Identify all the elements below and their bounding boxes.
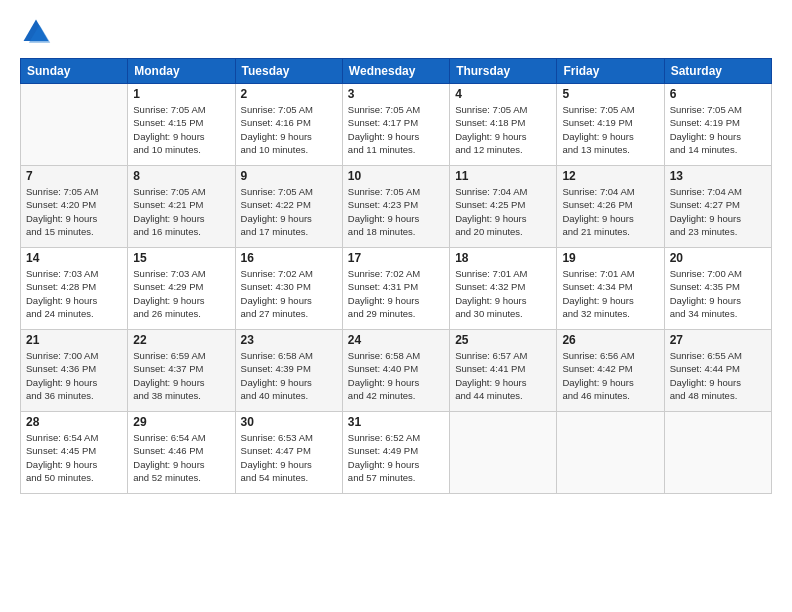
calendar-week-row: 7Sunrise: 7:05 AM Sunset: 4:20 PM Daylig…	[21, 166, 772, 248]
day-number: 7	[26, 169, 122, 183]
calendar-day-cell: 4Sunrise: 7:05 AM Sunset: 4:18 PM Daylig…	[450, 84, 557, 166]
day-number: 15	[133, 251, 229, 265]
day-number: 18	[455, 251, 551, 265]
day-number: 11	[455, 169, 551, 183]
day-number: 25	[455, 333, 551, 347]
calendar-day-cell: 9Sunrise: 7:05 AM Sunset: 4:22 PM Daylig…	[235, 166, 342, 248]
day-number: 13	[670, 169, 766, 183]
day-info: Sunrise: 6:57 AM Sunset: 4:41 PM Dayligh…	[455, 349, 551, 402]
calendar-day-cell: 7Sunrise: 7:05 AM Sunset: 4:20 PM Daylig…	[21, 166, 128, 248]
day-number: 6	[670, 87, 766, 101]
day-number: 23	[241, 333, 337, 347]
calendar-header-row: SundayMondayTuesdayWednesdayThursdayFrid…	[21, 59, 772, 84]
day-number: 8	[133, 169, 229, 183]
day-number: 16	[241, 251, 337, 265]
calendar-day-cell: 3Sunrise: 7:05 AM Sunset: 4:17 PM Daylig…	[342, 84, 449, 166]
day-info: Sunrise: 7:05 AM Sunset: 4:15 PM Dayligh…	[133, 103, 229, 156]
day-info: Sunrise: 7:05 AM Sunset: 4:21 PM Dayligh…	[133, 185, 229, 238]
calendar-day-cell	[557, 412, 664, 494]
day-number: 14	[26, 251, 122, 265]
calendar-day-cell: 22Sunrise: 6:59 AM Sunset: 4:37 PM Dayli…	[128, 330, 235, 412]
day-info: Sunrise: 6:58 AM Sunset: 4:39 PM Dayligh…	[241, 349, 337, 402]
day-header-saturday: Saturday	[664, 59, 771, 84]
calendar-day-cell: 6Sunrise: 7:05 AM Sunset: 4:19 PM Daylig…	[664, 84, 771, 166]
day-number: 22	[133, 333, 229, 347]
day-number: 10	[348, 169, 444, 183]
day-number: 3	[348, 87, 444, 101]
day-info: Sunrise: 7:05 AM Sunset: 4:16 PM Dayligh…	[241, 103, 337, 156]
calendar-day-cell: 18Sunrise: 7:01 AM Sunset: 4:32 PM Dayli…	[450, 248, 557, 330]
day-info: Sunrise: 7:04 AM Sunset: 4:25 PM Dayligh…	[455, 185, 551, 238]
calendar-day-cell: 21Sunrise: 7:00 AM Sunset: 4:36 PM Dayli…	[21, 330, 128, 412]
day-info: Sunrise: 7:05 AM Sunset: 4:23 PM Dayligh…	[348, 185, 444, 238]
day-number: 27	[670, 333, 766, 347]
logo	[20, 16, 56, 48]
day-info: Sunrise: 6:56 AM Sunset: 4:42 PM Dayligh…	[562, 349, 658, 402]
calendar-day-cell: 30Sunrise: 6:53 AM Sunset: 4:47 PM Dayli…	[235, 412, 342, 494]
day-info: Sunrise: 7:05 AM Sunset: 4:20 PM Dayligh…	[26, 185, 122, 238]
day-info: Sunrise: 7:05 AM Sunset: 4:19 PM Dayligh…	[670, 103, 766, 156]
calendar-day-cell	[450, 412, 557, 494]
day-info: Sunrise: 7:04 AM Sunset: 4:26 PM Dayligh…	[562, 185, 658, 238]
day-info: Sunrise: 7:05 AM Sunset: 4:18 PM Dayligh…	[455, 103, 551, 156]
day-info: Sunrise: 7:02 AM Sunset: 4:31 PM Dayligh…	[348, 267, 444, 320]
day-header-wednesday: Wednesday	[342, 59, 449, 84]
calendar-day-cell: 26Sunrise: 6:56 AM Sunset: 4:42 PM Dayli…	[557, 330, 664, 412]
calendar-week-row: 14Sunrise: 7:03 AM Sunset: 4:28 PM Dayli…	[21, 248, 772, 330]
day-number: 4	[455, 87, 551, 101]
day-number: 9	[241, 169, 337, 183]
day-info: Sunrise: 7:00 AM Sunset: 4:35 PM Dayligh…	[670, 267, 766, 320]
day-number: 5	[562, 87, 658, 101]
day-header-tuesday: Tuesday	[235, 59, 342, 84]
calendar-day-cell: 25Sunrise: 6:57 AM Sunset: 4:41 PM Dayli…	[450, 330, 557, 412]
day-info: Sunrise: 7:01 AM Sunset: 4:34 PM Dayligh…	[562, 267, 658, 320]
day-info: Sunrise: 7:05 AM Sunset: 4:17 PM Dayligh…	[348, 103, 444, 156]
day-info: Sunrise: 6:55 AM Sunset: 4:44 PM Dayligh…	[670, 349, 766, 402]
calendar-day-cell: 16Sunrise: 7:02 AM Sunset: 4:30 PM Dayli…	[235, 248, 342, 330]
calendar-day-cell: 5Sunrise: 7:05 AM Sunset: 4:19 PM Daylig…	[557, 84, 664, 166]
calendar-day-cell: 20Sunrise: 7:00 AM Sunset: 4:35 PM Dayli…	[664, 248, 771, 330]
day-info: Sunrise: 6:54 AM Sunset: 4:45 PM Dayligh…	[26, 431, 122, 484]
calendar-day-cell: 24Sunrise: 6:58 AM Sunset: 4:40 PM Dayli…	[342, 330, 449, 412]
calendar-day-cell: 1Sunrise: 7:05 AM Sunset: 4:15 PM Daylig…	[128, 84, 235, 166]
day-info: Sunrise: 7:00 AM Sunset: 4:36 PM Dayligh…	[26, 349, 122, 402]
day-number: 1	[133, 87, 229, 101]
day-header-friday: Friday	[557, 59, 664, 84]
day-number: 20	[670, 251, 766, 265]
day-header-monday: Monday	[128, 59, 235, 84]
calendar-day-cell: 23Sunrise: 6:58 AM Sunset: 4:39 PM Dayli…	[235, 330, 342, 412]
calendar-day-cell: 2Sunrise: 7:05 AM Sunset: 4:16 PM Daylig…	[235, 84, 342, 166]
day-info: Sunrise: 6:58 AM Sunset: 4:40 PM Dayligh…	[348, 349, 444, 402]
calendar-day-cell: 28Sunrise: 6:54 AM Sunset: 4:45 PM Dayli…	[21, 412, 128, 494]
calendar-day-cell: 10Sunrise: 7:05 AM Sunset: 4:23 PM Dayli…	[342, 166, 449, 248]
day-info: Sunrise: 6:53 AM Sunset: 4:47 PM Dayligh…	[241, 431, 337, 484]
day-number: 30	[241, 415, 337, 429]
day-info: Sunrise: 7:05 AM Sunset: 4:19 PM Dayligh…	[562, 103, 658, 156]
calendar-day-cell: 12Sunrise: 7:04 AM Sunset: 4:26 PM Dayli…	[557, 166, 664, 248]
day-number: 24	[348, 333, 444, 347]
calendar-day-cell	[21, 84, 128, 166]
day-info: Sunrise: 7:01 AM Sunset: 4:32 PM Dayligh…	[455, 267, 551, 320]
calendar-week-row: 28Sunrise: 6:54 AM Sunset: 4:45 PM Dayli…	[21, 412, 772, 494]
day-info: Sunrise: 7:05 AM Sunset: 4:22 PM Dayligh…	[241, 185, 337, 238]
day-number: 21	[26, 333, 122, 347]
calendar-day-cell: 17Sunrise: 7:02 AM Sunset: 4:31 PM Dayli…	[342, 248, 449, 330]
calendar-week-row: 21Sunrise: 7:00 AM Sunset: 4:36 PM Dayli…	[21, 330, 772, 412]
day-info: Sunrise: 7:02 AM Sunset: 4:30 PM Dayligh…	[241, 267, 337, 320]
calendar-day-cell: 14Sunrise: 7:03 AM Sunset: 4:28 PM Dayli…	[21, 248, 128, 330]
calendar-day-cell	[664, 412, 771, 494]
day-header-thursday: Thursday	[450, 59, 557, 84]
day-header-sunday: Sunday	[21, 59, 128, 84]
day-info: Sunrise: 7:03 AM Sunset: 4:29 PM Dayligh…	[133, 267, 229, 320]
calendar-day-cell: 13Sunrise: 7:04 AM Sunset: 4:27 PM Dayli…	[664, 166, 771, 248]
day-info: Sunrise: 7:04 AM Sunset: 4:27 PM Dayligh…	[670, 185, 766, 238]
calendar-day-cell: 11Sunrise: 7:04 AM Sunset: 4:25 PM Dayli…	[450, 166, 557, 248]
day-number: 28	[26, 415, 122, 429]
logo-icon	[20, 16, 52, 48]
day-number: 17	[348, 251, 444, 265]
day-number: 19	[562, 251, 658, 265]
calendar-day-cell: 31Sunrise: 6:52 AM Sunset: 4:49 PM Dayli…	[342, 412, 449, 494]
day-number: 29	[133, 415, 229, 429]
calendar-day-cell: 27Sunrise: 6:55 AM Sunset: 4:44 PM Dayli…	[664, 330, 771, 412]
calendar-day-cell: 29Sunrise: 6:54 AM Sunset: 4:46 PM Dayli…	[128, 412, 235, 494]
